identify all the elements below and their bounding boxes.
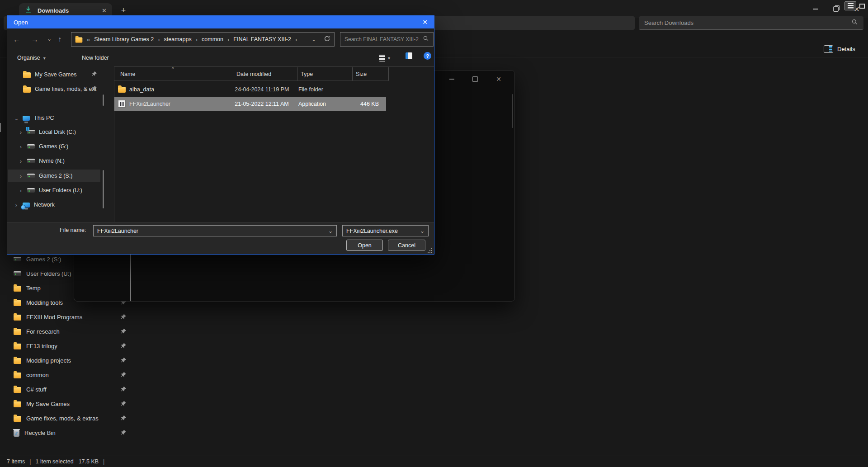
maximize-icon	[472, 76, 478, 82]
chevron-down-icon[interactable]: ⌄	[420, 228, 425, 234]
maximize-button[interactable]	[467, 73, 484, 85]
sidebar-item-label: Game fixes, mods, & extras	[26, 415, 99, 422]
details-view-button[interactable]	[844, 1, 856, 10]
dialog-footer: File name: FFXiii2Launcher ⌄ FFXiii2Laun…	[7, 222, 434, 254]
file-name-value: FFXiii2Launcher	[97, 228, 138, 234]
restore-button[interactable]	[826, 0, 846, 18]
caret-down-icon: ▾	[43, 56, 46, 61]
column-header-type[interactable]: Type	[297, 67, 352, 80]
column-header-date-modified[interactable]: Date modified	[233, 67, 297, 80]
folder-icon	[14, 401, 21, 407]
tree-item-games-2-s[interactable]: › Games 2 (S:)	[19, 170, 72, 182]
sidebar-item-label: User Folders (U:)	[26, 270, 71, 277]
status-selection: 1 item selected	[36, 458, 74, 465]
folder-icon	[14, 373, 21, 378]
breadcrumb-separator: ›	[294, 36, 298, 43]
file-type-select[interactable]: FFXiii2Launcher.exe ⌄	[342, 225, 429, 236]
file-size: 446 KB	[350, 101, 386, 107]
file-row-ffxiii2launcher-selected[interactable]: FFXiii2Launcher 21-05-2022 12:11 AM Appl…	[114, 97, 386, 111]
help-button[interactable]: ?	[424, 52, 431, 60]
pin-icon	[120, 415, 127, 421]
search-icon	[423, 35, 429, 43]
pinned-item-game-fixes[interactable]: Game fixes, mods, & ext	[23, 83, 96, 95]
view-mode-button[interactable]: ▾	[379, 52, 390, 63]
breadcrumb-item[interactable]: common	[202, 36, 223, 42]
pinned-item-my-save-games[interactable]: My Save Games	[23, 68, 76, 81]
open-button[interactable]: Open	[346, 240, 383, 251]
preview-pane-button[interactable]	[406, 52, 412, 59]
tree-item-local-disk-c[interactable]: › Local Disk (C:)	[19, 126, 76, 138]
breadcrumb-overflow[interactable]: «	[86, 36, 91, 43]
chevron-right-icon[interactable]: ›	[19, 187, 23, 194]
tab-close-icon[interactable]: ✕	[102, 7, 107, 14]
details-label: Details	[837, 46, 855, 52]
breadcrumb-item[interactable]: Steam Library Games 2	[94, 36, 154, 42]
icons-view-icon	[859, 4, 865, 9]
close-button[interactable]: ✕	[490, 73, 507, 85]
file-name-input[interactable]: FFXiii2Launcher ⌄	[93, 225, 337, 236]
scrollbar-thumb[interactable]	[0, 123, 1, 132]
sidebar-item-my-save-games[interactable]: My Save Games	[0, 397, 131, 410]
scrollbar-thumb[interactable]	[130, 255, 131, 301]
back-icon[interactable]: ←	[13, 36, 20, 44]
explorer-search-box[interactable]: Search Downloads	[639, 16, 863, 30]
view-list-icon	[379, 55, 385, 61]
dialog-title-bar[interactable]: Open ✕	[7, 16, 434, 28]
new-folder-button[interactable]: New folder	[82, 53, 109, 63]
scrollbar-thumb[interactable]	[103, 170, 104, 208]
this-pc-icon	[23, 116, 30, 121]
chevron-right-icon[interactable]: ›	[19, 129, 23, 136]
chevron-right-icon[interactable]: ›	[14, 202, 19, 208]
dialog-close-icon[interactable]: ✕	[422, 19, 428, 26]
tree-item-this-pc[interactable]: ⌄ This PC	[14, 112, 54, 124]
forward-icon[interactable]: →	[31, 36, 38, 44]
column-header-size[interactable]: Size	[352, 67, 389, 80]
background-window-controls: ✕	[443, 73, 507, 85]
resize-grip[interactable]	[428, 248, 433, 253]
chevron-down-icon[interactable]: ⌄	[328, 228, 333, 234]
tree-item-network[interactable]: › Network	[14, 198, 55, 211]
sidebar-item-ffxiii-mod-programs[interactable]: FFXIII Mod Programs	[0, 310, 131, 324]
scrollbar-thumb[interactable]	[103, 94, 104, 106]
dialog-search-box[interactable]: Search FINAL FANTASY XIII-2	[340, 32, 434, 47]
up-icon[interactable]: ↑	[58, 35, 61, 43]
cancel-button[interactable]: Cancel	[388, 240, 425, 251]
tree-item-games-g[interactable]: › Games (G:)	[19, 140, 68, 153]
status-bar: 7 items | 1 item selected 17.5 KB |	[0, 456, 868, 467]
chevron-right-icon[interactable]: ›	[19, 158, 23, 165]
tree-item-label: Nvme (N:)	[39, 158, 65, 164]
recycle-bin-icon	[14, 430, 19, 437]
tree-item-user-folders-u[interactable]: › User Folders (U:)	[19, 184, 82, 197]
sidebar-item-label: Temp	[26, 285, 41, 292]
breadcrumb-item[interactable]: steamapps	[164, 36, 192, 42]
details-icon	[824, 45, 833, 53]
chevron-right-icon[interactable]: ›	[19, 173, 23, 179]
icons-view-button[interactable]	[857, 1, 867, 10]
sidebar-item-common[interactable]: common	[0, 368, 131, 382]
chevron-down-icon[interactable]: ⌄	[311, 36, 316, 42]
sidebar-item-label: My Save Games	[26, 401, 70, 407]
sidebar-item-modding-projects[interactable]: Modding projects	[0, 354, 131, 367]
minimize-button[interactable]	[443, 73, 460, 85]
details-button[interactable]: Details	[824, 43, 855, 55]
sidebar-item-for-research[interactable]: For research	[0, 325, 131, 338]
sidebar-item-label: FF13 trilogy	[26, 343, 57, 349]
breadcrumb-item[interactable]: FINAL FANTASY XIII-2	[233, 36, 291, 42]
sidebar-item-csharp-stuff[interactable]: C# stuff	[0, 382, 131, 396]
tree-item-nvme-n[interactable]: › Nvme (N:)	[19, 155, 65, 167]
scrollbar-thumb[interactable]	[512, 94, 513, 128]
sidebar-item-recycle-bin[interactable]: Recycle Bin	[0, 426, 131, 439]
chevron-down-icon[interactable]: ⌄	[47, 36, 52, 42]
file-row-alba-data[interactable]: alba_data 24-04-2024 11:19 PM File folde…	[114, 82, 386, 96]
dialog-address-bar[interactable]: « Steam Library Games 2 › steamapps › co…	[71, 32, 335, 47]
minimize-button[interactable]	[805, 0, 826, 18]
chevron-right-icon[interactable]: ›	[19, 143, 23, 150]
folder-icon	[23, 87, 31, 93]
sidebar-item-ff13-trilogy[interactable]: FF13 trilogy	[0, 339, 131, 353]
organise-button[interactable]: Organise ▾	[17, 53, 46, 63]
chevron-down-icon[interactable]: ⌄	[14, 115, 19, 122]
folder-icon	[14, 329, 21, 335]
sidebar-item-game-fixes[interactable]: Game fixes, mods, & extras	[0, 411, 131, 425]
sidebar-item-label: Games 2 (S:)	[26, 256, 61, 263]
refresh-icon[interactable]	[324, 35, 330, 43]
